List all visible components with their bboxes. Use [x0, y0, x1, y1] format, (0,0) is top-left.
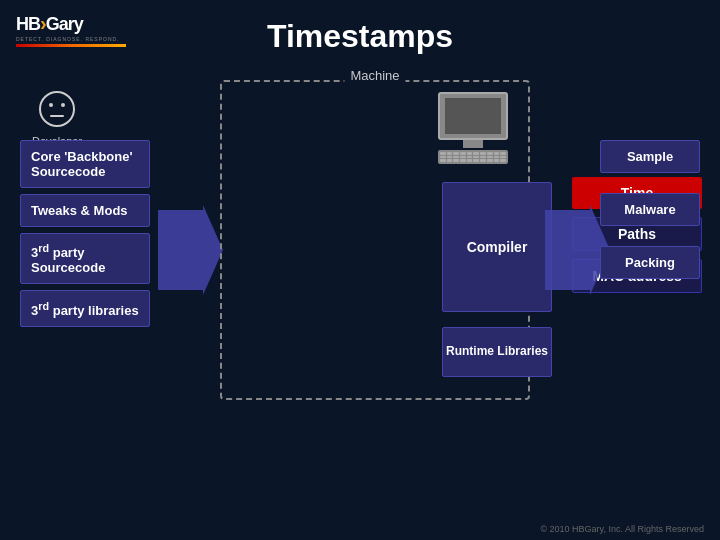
svg-point-1	[49, 103, 53, 107]
arrow-svg-1	[158, 205, 223, 295]
footer: © 2010 HBGary, Inc. All Rights Reserved	[540, 524, 704, 534]
packing-box: Packing	[600, 246, 700, 279]
arrow-left-to-compiler	[158, 205, 223, 299]
sample-box: Sample	[600, 140, 700, 173]
diagram: Developer Core 'Backbone' Sourcecode Twe…	[10, 80, 710, 510]
monitor-stand	[463, 140, 483, 148]
malware-box: Malware	[600, 193, 700, 226]
monitor-screen	[445, 98, 501, 134]
machine-label: Machine	[344, 68, 405, 83]
left-source-column: Core 'Backbone' Sourcecode Tweaks & Mods…	[20, 140, 150, 333]
runtime-label: Runtime Libraries	[446, 344, 548, 360]
computer-icon	[438, 92, 508, 164]
tweaks-mods-box: Tweaks & Mods	[20, 194, 150, 227]
compiler-box: Compiler	[442, 182, 552, 312]
3rd-party-source-box: 3rd party Sourcecode	[20, 233, 150, 284]
developer-icon	[32, 90, 82, 133]
3rd-party-libs-box: 3rd party libraries	[20, 290, 150, 326]
core-backbone-box: Core 'Backbone' Sourcecode	[20, 140, 150, 188]
monitor	[438, 92, 508, 140]
face-svg	[38, 90, 76, 128]
developer-area: Developer	[32, 90, 82, 147]
svg-marker-4	[158, 205, 223, 295]
runtime-box: Runtime Libraries	[442, 327, 552, 377]
page-title: Timestamps	[0, 18, 720, 55]
keyboard	[438, 150, 508, 164]
compiler-label: Compiler	[467, 239, 528, 255]
svg-point-2	[61, 103, 65, 107]
machine-box: Machine Compiler	[220, 80, 530, 400]
svg-point-0	[40, 92, 74, 126]
right-output-column: Sample Malware Packing	[600, 140, 700, 299]
